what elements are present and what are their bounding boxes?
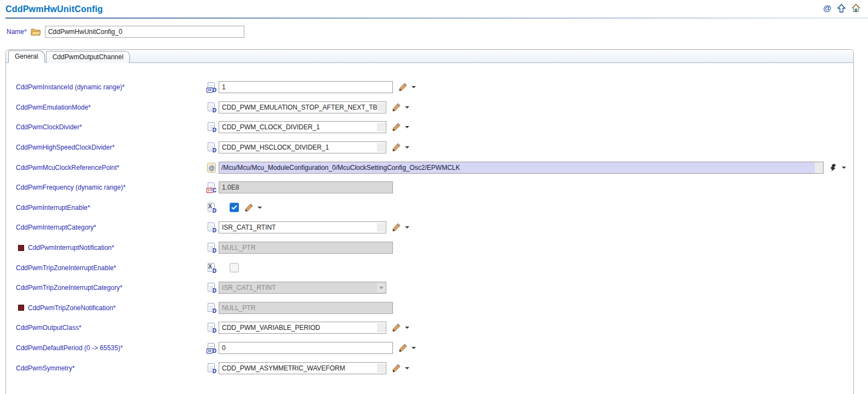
combo-drop-button[interactable] (377, 123, 385, 132)
chevron-down-icon (379, 287, 384, 289)
float-type-icon: 1.0C (207, 182, 216, 192)
cdd-pwm-output-class-combo[interactable]: CDD_PWM_VARIABLE_PERIOD (219, 322, 386, 334)
combo-drop-button (377, 283, 385, 292)
error-marker-icon (18, 245, 24, 251)
dropdown-caret-icon[interactable] (405, 367, 409, 369)
edit-pencil-icon[interactable] (392, 223, 401, 232)
name-input[interactable] (45, 26, 244, 38)
dropdown-caret-icon[interactable] (405, 327, 409, 329)
param-label-cell: CddPwmSymmetry* (16, 364, 207, 372)
cdd-pwm-default-period-input[interactable] (219, 342, 393, 354)
param-label-cell: CddPwmInterruptNotification* (16, 244, 207, 252)
title-separator (5, 18, 868, 19)
combo-drop-button[interactable] (377, 223, 385, 232)
header-toolbar: @ (823, 3, 860, 13)
cdd-pwm-interrupt-notification-input (219, 242, 393, 254)
combo-value: CDD_PWM_HSCLOCK_DIVIDER_1 (219, 144, 329, 151)
edit-pencil-icon[interactable] (392, 123, 401, 132)
dropdown-caret-icon[interactable] (405, 146, 409, 149)
edit-pencil-icon[interactable] (392, 103, 401, 112)
param-label: CddPwmTripZoneInterruptEnable* (16, 264, 116, 272)
reference-picker-icon[interactable] (829, 163, 837, 172)
combo-value: CDD_PWM_CLOCK_DIVIDER_1 (219, 123, 320, 131)
cdd-pwm-emulation-mode-combo[interactable]: CDD_PWM_EMULATION_STOP_AFTER_NEXT_TB (219, 101, 386, 113)
param-label-cell: CddPwmFrequency (dynamic range)* (16, 184, 207, 191)
edit-pencil-icon[interactable] (244, 203, 253, 212)
edit-pencil-icon[interactable] (392, 143, 401, 152)
config-row-cdd-pwm-output-class: CddPwmOutputClass*DCDD_PWM_VARIABLE_PERI… (6, 318, 853, 338)
dropdown-caret-icon[interactable] (842, 167, 846, 169)
tab-general[interactable]: General (8, 50, 45, 63)
name-row: Name* (7, 26, 868, 38)
cdd-pwm-symmetry-combo[interactable]: CDD_PWM_ASYMMETRIC_WAVEFORM (219, 362, 386, 374)
cdd-pwm-frequency-input (219, 181, 393, 193)
dropdown-caret-icon[interactable] (405, 106, 409, 109)
boolean-type-icon: XD (207, 263, 216, 273)
home-icon[interactable] (852, 4, 860, 13)
param-label-cell: CddPwmInterruptCategory* (16, 224, 207, 231)
param-label-cell: CddPwmDefaultPeriod (0 -> 65535)* (16, 344, 207, 352)
tab-strip: GeneralCddPwmOutputChannel (6, 50, 853, 63)
combo-drop-button[interactable] (377, 364, 385, 373)
param-control: CDD_PWM_VARIABLE_PERIOD (219, 322, 386, 334)
param-label-cell: CddPwmOutputClass* (16, 324, 207, 332)
navigate-up-icon[interactable] (837, 4, 846, 13)
cdd-pwm-trip-zone-interrupt-enable-checkbox[interactable] (230, 263, 239, 272)
check-icon (231, 205, 237, 210)
dropdown-caret-icon[interactable] (405, 226, 409, 229)
cdd-pwm-high-speed-clock-divider-combo[interactable]: CDD_PWM_HSCLOCK_DIVIDER_1 (219, 141, 386, 153)
edit-pencil-icon[interactable] (398, 344, 407, 352)
param-label: CddPwmTripZoneNotification* (28, 304, 116, 312)
combo-drop-button[interactable] (377, 143, 385, 152)
param-label: CddPwmFrequency (dynamic range)* (16, 184, 125, 191)
integer-type-icon: 10D (207, 82, 216, 92)
edit-pencil-icon[interactable] (392, 364, 401, 373)
edit-pencil-icon[interactable] (398, 83, 407, 92)
param-actions (392, 323, 409, 332)
dropdown-caret-icon[interactable] (412, 86, 416, 88)
config-row-cdd-pwm-trip-zone-notification: CddPwmTripZoneNotification*D (6, 298, 853, 318)
dropdown-caret-icon[interactable] (412, 347, 416, 349)
cdd-pwm-interrupt-enable-checkbox[interactable] (230, 203, 239, 212)
param-control (219, 302, 393, 314)
combo-drop-button[interactable] (377, 323, 385, 332)
param-label: CddPwmInterruptEnable* (16, 204, 90, 212)
config-row-cdd-pwm-trip-zone-interrupt-enable: CddPwmTripZoneInterruptEnable*XD (6, 258, 853, 278)
param-label: CddPwmInterruptNotification* (28, 244, 114, 252)
param-label-cell: CddPwmMcuClockReferencePoint* (16, 164, 207, 172)
name-label: Name* (7, 28, 27, 36)
param-label-cell: CddPwmEmulationMode* (16, 104, 207, 111)
param-control (219, 242, 393, 254)
boolean-type-icon: XD (207, 203, 216, 213)
edit-pencil-icon[interactable] (392, 323, 401, 332)
param-label: CddPwmHighSpeedClockDivider* (16, 144, 115, 151)
config-row-cdd-pwm-interrupt-notification: CddPwmInterruptNotification*D (6, 238, 853, 258)
param-label: CddPwmTripZoneInterruptCategory* (16, 284, 122, 292)
cdd-pwm-mcu-clock-reference-point-reference-input[interactable]: /Mcu/Mcu/Mcu_ModuleConfiguration_0/McuCl… (219, 162, 824, 174)
param-label: CddPwmInterruptCategory* (16, 224, 96, 231)
combo-drop-button[interactable] (377, 103, 385, 112)
config-row-cdd-pwm-symmetry: CddPwmSymmetry*DCDD_PWM_ASYMMETRIC_WAVEF… (6, 358, 853, 378)
param-actions (392, 103, 409, 112)
cdd-pwm-instance-id-input[interactable] (219, 81, 393, 93)
at-icon[interactable]: @ (823, 3, 831, 13)
dropdown-caret-icon[interactable] (258, 207, 262, 209)
param-label-cell: CddPwmInterruptEnable* (16, 204, 207, 212)
param-actions (829, 163, 846, 172)
enum-type-icon: D (207, 222, 216, 232)
combo-value: CDD_PWM_VARIABLE_PERIOD (219, 324, 320, 332)
param-label: CddPwmDefaultPeriod (0 -> 65535)* (16, 344, 123, 352)
config-row-cdd-pwm-mcu-clock-reference-point: CddPwmMcuClockReferencePoint*@/Mcu/Mcu/M… (6, 157, 853, 178)
param-control: CDD_PWM_CLOCK_DIVIDER_1 (219, 121, 386, 133)
dropdown-caret-icon[interactable] (405, 126, 409, 128)
cdd-pwm-clock-divider-combo[interactable]: CDD_PWM_CLOCK_DIVIDER_1 (219, 121, 386, 133)
param-label-cell: CddPwmTripZoneInterruptCategory* (16, 284, 207, 292)
tab-cddpwmoutputchannel[interactable]: CddPwmOutputChannel (46, 51, 130, 63)
config-panel: GeneralCddPwmOutputChannel CddPwmInstanc… (5, 49, 854, 394)
param-label-cell: CddPwmHighSpeedClockDivider* (16, 144, 207, 151)
enum-type-icon: D (207, 142, 216, 152)
cdd-pwm-interrupt-category-combo[interactable]: ISR_CAT1_RTINT (219, 221, 386, 233)
param-control (219, 203, 239, 212)
enum-type-icon: D (207, 122, 216, 132)
param-label: CddPwmSymmetry* (16, 364, 75, 372)
